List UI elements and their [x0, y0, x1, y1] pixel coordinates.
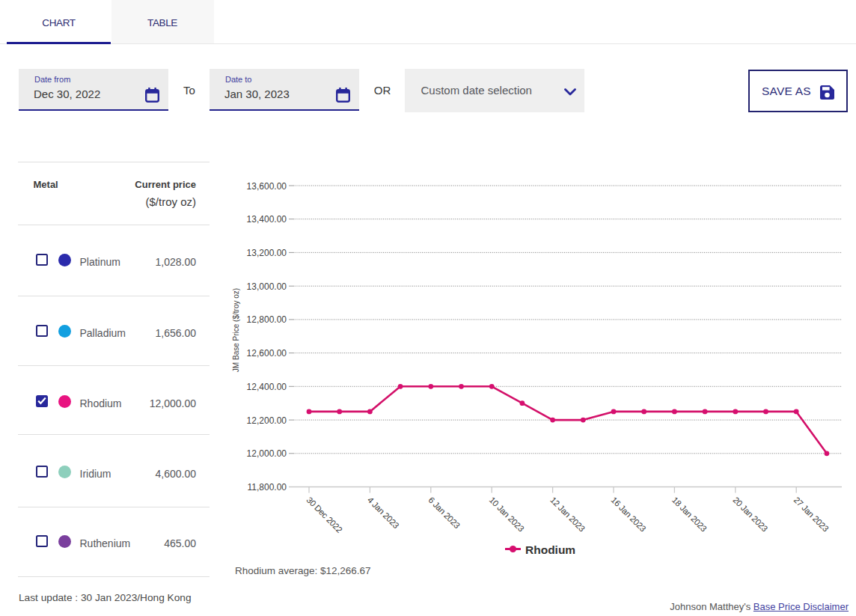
- svg-text:11,800.00: 11,800.00: [248, 482, 287, 493]
- svg-text:13,600.00: 13,600.00: [247, 181, 287, 192]
- svg-text:27 Jan 2023: 27 Jan 2023: [792, 495, 831, 534]
- svg-text:12 Jan 2023: 12 Jan 2023: [548, 495, 587, 534]
- svg-text:18 Jan 2023: 18 Jan 2023: [670, 495, 709, 534]
- svg-text:20 Jan 2023: 20 Jan 2023: [731, 495, 769, 534]
- svg-text:12,400.00: 12,400.00: [247, 382, 287, 392]
- svg-text:16 Jan 2023: 16 Jan 2023: [609, 495, 647, 534]
- svg-text:Rhodium: Rhodium: [525, 543, 575, 556]
- svg-text:30 Dec 2022: 30 Dec 2022: [305, 495, 343, 534]
- svg-text:13,400.00: 13,400.00: [247, 214, 287, 225]
- svg-text:6 Jan 2023: 6 Jan 2023: [427, 495, 462, 531]
- svg-text:10 Jan 2023: 10 Jan 2023: [488, 495, 526, 534]
- svg-text:JM Base Price ($/troy oz): JM Base Price ($/troy oz): [232, 288, 240, 372]
- svg-text:12,600.00: 12,600.00: [247, 348, 287, 359]
- svg-text:12,000.00: 12,000.00: [247, 448, 287, 459]
- svg-text:13,000.00: 13,000.00: [247, 281, 287, 292]
- svg-text:13,200.00: 13,200.00: [247, 248, 287, 258]
- svg-text:4 Jan 2023: 4 Jan 2023: [366, 495, 401, 531]
- svg-text:12,800.00: 12,800.00: [247, 314, 287, 325]
- svg-text:12,200.00: 12,200.00: [247, 415, 287, 426]
